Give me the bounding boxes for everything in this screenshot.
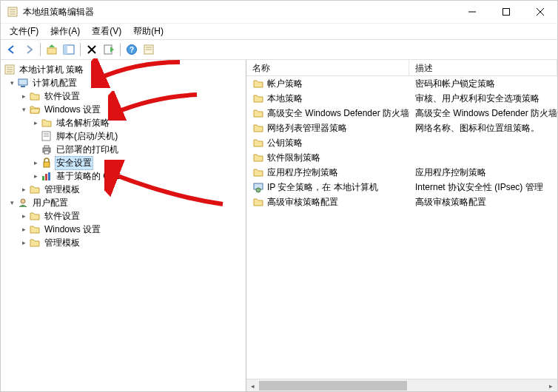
back-button[interactable] <box>4 41 20 58</box>
main-area: 本地计算机 策略 ▾ 计算机配置 <box>1 60 557 391</box>
list-cell-desc: 高级审核策略配置 <box>409 196 557 209</box>
user-icon <box>17 197 29 209</box>
tree-label: 已部署的打印机 <box>55 143 120 156</box>
tree-software-settings-user[interactable]: ▸ 软件设置 <box>1 209 246 223</box>
list-cell-name: 软件限制策略 <box>267 152 320 164</box>
folder-icon <box>29 90 41 102</box>
scroll-right-arrow[interactable]: ▸ <box>545 379 557 391</box>
app-icon <box>7 6 19 18</box>
svg-rect-34 <box>48 172 50 180</box>
minimize-button[interactable] <box>455 1 489 23</box>
expand-toggle[interactable]: ▸ <box>30 158 41 168</box>
expand-toggle[interactable]: ▸ <box>19 211 29 221</box>
expand-toggle[interactable]: ▾ <box>7 78 17 88</box>
scroll-left-arrow[interactable]: ◂ <box>246 379 259 391</box>
folder-icon <box>252 166 264 178</box>
delete-button[interactable] <box>84 41 100 58</box>
list-row[interactable]: 帐户策略密码和帐户锁定策略 <box>246 76 557 91</box>
svg-rect-24 <box>21 86 25 87</box>
list-cell-desc: 密码和帐户锁定策略 <box>409 78 557 90</box>
tree-security-settings[interactable]: ▸ 安全设置 <box>1 156 246 169</box>
maximize-button[interactable] <box>489 1 523 23</box>
col-desc-header[interactable]: 描述 <box>409 60 557 75</box>
svg-point-35 <box>21 199 25 203</box>
svg-point-37 <box>256 188 260 192</box>
list-row[interactable]: 高级安全 Windows Defender 防火墙高级安全 Windows De… <box>246 106 557 121</box>
help-button[interactable]: ? <box>124 41 140 58</box>
list-body[interactable]: 帐户策略密码和帐户锁定策略本地策略审核、用户权利和安全选项策略高级安全 Wind… <box>246 76 557 379</box>
computer-icon <box>17 77 29 89</box>
menu-action[interactable]: 操作(A) <box>44 24 86 39</box>
tree-admin-templates[interactable]: ▸ 管理模板 <box>1 183 246 196</box>
folder-icon <box>29 183 41 195</box>
lock-icon <box>41 157 53 169</box>
show-hide-tree-button[interactable] <box>61 41 77 58</box>
menu-file[interactable]: 文件(F) <box>4 24 44 39</box>
svg-text:?: ? <box>130 46 134 54</box>
export-button[interactable] <box>101 41 117 58</box>
horizontal-scrollbar[interactable]: ◂ ▸ <box>246 379 557 391</box>
expand-toggle[interactable]: ▸ <box>19 184 29 195</box>
tree-software-settings[interactable]: ▸ 软件设置 <box>1 89 246 103</box>
list-cell-name: 网络列表管理器策略 <box>267 122 347 135</box>
list-cell-desc: 应用程序控制策略 <box>409 166 557 179</box>
tree-label: 管理模板 <box>43 183 81 196</box>
folder-open-icon <box>29 104 41 115</box>
policy-icon <box>4 64 16 75</box>
list-cell-name: 高级安全 Windows Defender 防火墙 <box>267 107 409 120</box>
tree-scripts[interactable]: 脚本(启动/关机) <box>1 129 246 143</box>
list-row[interactable]: IP 安全策略，在 本地计算机Internet 协议安全性 (IPsec) 管理 <box>246 180 557 195</box>
tree-computer-config[interactable]: ▾ 计算机配置 <box>1 76 246 89</box>
col-name-header[interactable]: 名称 <box>246 60 409 75</box>
tree-windows-settings[interactable]: ▾ Windows 设置 <box>1 103 246 116</box>
list-cell-desc: 审核、用户权利和安全选项策略 <box>409 92 557 105</box>
list-cell-name: 帐户策略 <box>267 78 303 90</box>
toolbar-separator <box>40 43 41 56</box>
up-button[interactable] <box>44 41 60 58</box>
expand-toggle[interactable]: ▾ <box>19 104 29 115</box>
tree-pane[interactable]: 本地计算机 策略 ▾ 计算机配置 <box>1 60 246 391</box>
tree-root[interactable]: 本地计算机 策略 <box>1 63 246 76</box>
tree-user-config[interactable]: ▾ 用户配置 <box>1 196 246 209</box>
list-row[interactable]: 公钥策略 <box>246 135 557 150</box>
list-cell-name: 应用程序控制策略 <box>267 166 338 179</box>
folder-icon <box>29 210 41 222</box>
list-row[interactable]: 应用程序控制策略应用程序控制策略 <box>246 165 557 180</box>
properties-button[interactable] <box>141 41 157 58</box>
list-row[interactable]: 网络列表管理器策略网络名称、图标和位置组策略。 <box>246 121 557 135</box>
list-header: 名称 描述 <box>246 60 557 76</box>
tree-qos[interactable]: ▸ 基于策略的 QoS <box>1 169 246 183</box>
toolbar: ? <box>1 39 557 60</box>
tree-label: 域名解析策略 <box>55 117 111 129</box>
list-cell-desc: Internet 协议安全性 (IPsec) 管理 <box>409 181 557 194</box>
list-cell-desc: 网络名称、图标和位置组策略。 <box>409 122 557 135</box>
expand-toggle[interactable]: ▾ <box>7 197 17 208</box>
forward-button[interactable] <box>21 41 37 58</box>
tree-dns-policy[interactable]: ▸ 域名解析策略 <box>1 116 246 129</box>
printer-icon <box>41 143 53 155</box>
scroll-thumb[interactable] <box>259 381 407 391</box>
list-row[interactable]: 高级审核策略配置高级审核策略配置 <box>246 195 557 209</box>
list-row[interactable]: 软件限制策略 <box>246 150 557 165</box>
expand-toggle[interactable]: ▸ <box>30 118 41 128</box>
list-row[interactable]: 本地策略审核、用户权利和安全选项策略 <box>246 91 557 106</box>
tree: 本地计算机 策略 ▾ 计算机配置 <box>1 63 246 249</box>
close-button[interactable] <box>523 1 557 23</box>
menu-view[interactable]: 查看(V) <box>86 24 127 39</box>
tree-admin-templates-user[interactable]: ▸ 管理模板 <box>1 236 246 249</box>
menu-help[interactable]: 帮助(H) <box>127 24 169 39</box>
list-cell-name: 公钥策略 <box>267 137 303 149</box>
expand-toggle[interactable]: ▸ <box>19 91 29 101</box>
svg-rect-29 <box>44 146 49 148</box>
tree-printers[interactable]: 已部署的打印机 <box>1 143 246 156</box>
list-cell-desc: 高级安全 Windows Defender 防火墙 <box>409 107 557 120</box>
tree-label: 用户配置 <box>31 197 70 209</box>
expand-toggle[interactable]: ▸ <box>30 171 41 181</box>
ipsec-icon <box>252 181 264 193</box>
svg-rect-32 <box>42 176 44 180</box>
tree-windows-settings-user[interactable]: ▸ Windows 设置 <box>1 223 246 236</box>
expand-toggle[interactable]: ▸ <box>19 237 29 248</box>
window-title: 本地组策略编辑器 <box>23 6 455 18</box>
list-cell-name: IP 安全策略，在 本地计算机 <box>267 181 378 194</box>
expand-toggle[interactable]: ▸ <box>19 224 29 234</box>
